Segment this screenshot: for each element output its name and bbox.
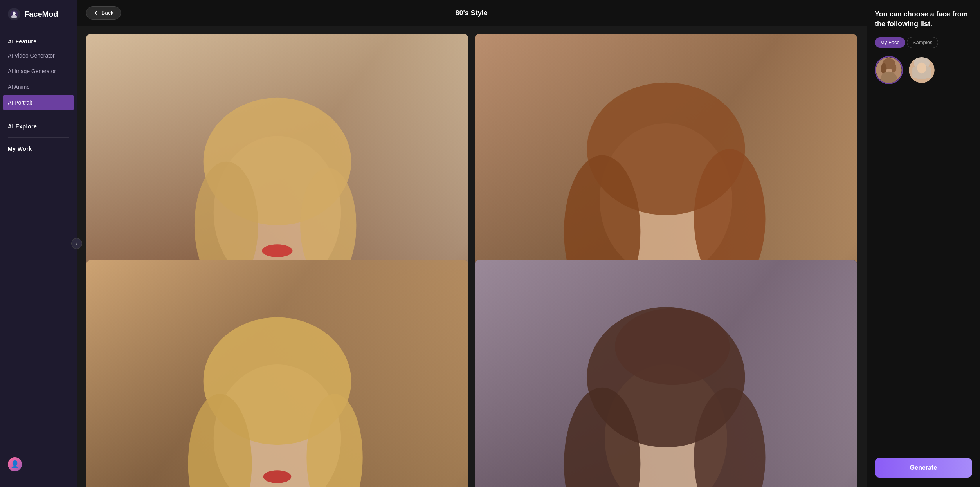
top-bar: Back 80's Style — [77, 0, 867, 26]
sidebar-item-ai-portrait[interactable]: AI Portrait — [3, 95, 74, 110]
sidebar-item-ai-video-generator[interactable]: AI Video Generator — [0, 48, 77, 63]
svg-point-45 — [891, 63, 896, 73]
face-samples-grid — [875, 56, 972, 84]
sidebar-item-ai-anime[interactable]: AI Anime — [0, 79, 77, 95]
panel-title: You can choose a face from the following… — [875, 9, 972, 29]
tab-samples[interactable]: Samples — [907, 37, 939, 48]
svg-point-1 — [13, 12, 16, 15]
sidebar-divider-2 — [8, 137, 69, 138]
ai-feature-section-label: AI Feature — [0, 32, 77, 48]
logo-icon — [8, 8, 20, 20]
sidebar-footer: 👤 — [0, 449, 77, 479]
images-grid — [77, 26, 867, 487]
my-work-section-label: My Work — [0, 142, 77, 155]
svg-point-30 — [263, 470, 292, 483]
portrait-image-4[interactable] — [475, 260, 857, 487]
right-panel: You can choose a face from the following… — [867, 0, 980, 487]
sidebar-divider — [8, 115, 69, 115]
svg-point-40 — [615, 308, 730, 384]
tab-options-icon[interactable]: ⋮ — [966, 39, 972, 46]
back-button[interactable]: Back — [86, 6, 121, 20]
tab-my-face[interactable]: My Face — [875, 37, 905, 48]
page-title: 80's Style — [121, 9, 822, 17]
logo-name: FaceMod — [24, 10, 58, 19]
svg-point-52 — [917, 63, 926, 74]
sidebar-item-ai-image-generator[interactable]: AI Image Generator — [0, 63, 77, 79]
sidebar-collapse-button[interactable]: › — [71, 238, 82, 249]
face-sample-2[interactable] — [908, 56, 936, 84]
logo[interactable]: FaceMod — [0, 8, 77, 32]
svg-point-11 — [262, 244, 292, 257]
generate-button[interactable]: Generate — [875, 458, 972, 478]
back-icon — [94, 10, 99, 16]
sidebar: FaceMod AI Feature AI Video Generator AI… — [0, 0, 77, 487]
face-sample-1[interactable] — [875, 56, 903, 84]
user-avatar[interactable]: 👤 — [8, 457, 22, 471]
portrait-image-3[interactable] — [86, 260, 468, 487]
ai-explore-section-label: AI Explore — [0, 120, 77, 133]
face-tabs-container: My Face Samples ⋮ — [875, 37, 972, 48]
main-content: Back 80's Style — [77, 0, 867, 487]
